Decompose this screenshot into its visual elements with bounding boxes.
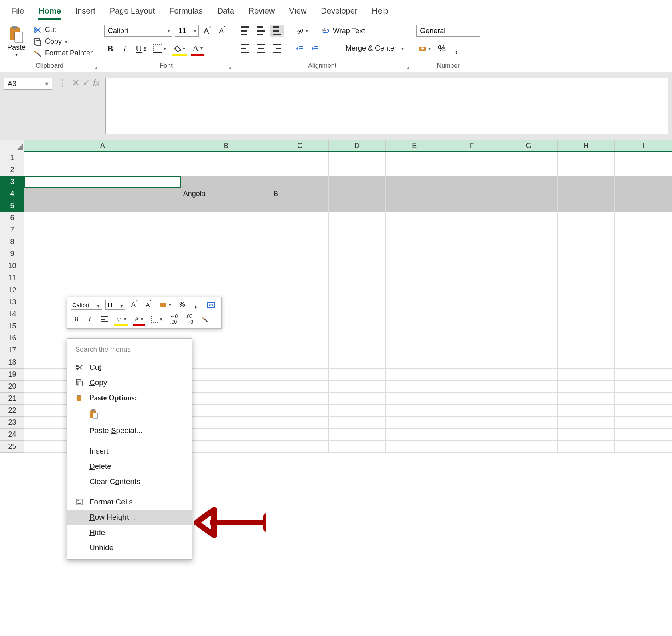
cell-B9[interactable]: [181, 248, 271, 260]
cell-H15[interactable]: [557, 320, 615, 332]
cell-F12[interactable]: [443, 284, 500, 296]
cell-I13[interactable]: [615, 296, 672, 308]
cell-G18[interactable]: [500, 356, 557, 369]
col-header-G[interactable]: G: [500, 140, 557, 152]
col-header-C[interactable]: C: [271, 140, 328, 152]
cell-H20[interactable]: [557, 381, 615, 393]
mini-decrease-font[interactable]: Aˇ: [143, 300, 154, 310]
cell-C18[interactable]: [271, 356, 328, 369]
cell-I7[interactable]: [615, 224, 672, 236]
cell-B20[interactable]: [181, 381, 271, 393]
cell-C13[interactable]: [271, 296, 328, 308]
cell-I14[interactable]: [615, 308, 672, 320]
row-header-20[interactable]: 20: [0, 381, 24, 393]
cell-I24[interactable]: [615, 429, 672, 441]
cell-E10[interactable]: [386, 260, 443, 272]
mini-increase-font[interactable]: A^: [129, 300, 140, 310]
cell-I10[interactable]: [615, 260, 672, 272]
cell-B1[interactable]: [181, 152, 271, 164]
cell-H12[interactable]: [557, 284, 615, 296]
cell-D14[interactable]: [328, 308, 386, 320]
row-header-24[interactable]: 24: [0, 429, 24, 441]
enter-formula-button[interactable]: ✓: [83, 78, 90, 88]
context-copy[interactable]: Copy: [67, 375, 192, 390]
cell-C19[interactable]: [271, 369, 328, 381]
cell-C1[interactable]: [271, 152, 328, 164]
cell-E12[interactable]: [386, 284, 443, 296]
cell-G23[interactable]: [500, 417, 557, 429]
cell-B19[interactable]: [181, 369, 271, 381]
cell-E16[interactable]: [386, 332, 443, 344]
align-right-button[interactable]: [270, 43, 284, 55]
cell-F19[interactable]: [443, 369, 500, 381]
mini-format-painter[interactable]: [199, 314, 211, 324]
cell-H14[interactable]: [557, 308, 615, 320]
cell-C17[interactable]: [271, 344, 328, 356]
cell-E7[interactable]: [386, 224, 443, 236]
row-header-18[interactable]: 18: [0, 356, 24, 369]
cell-D13[interactable]: [328, 296, 386, 308]
cell-F24[interactable]: [443, 429, 500, 441]
cut-button[interactable]: Cut: [32, 25, 94, 35]
cell-B22[interactable]: [181, 405, 271, 417]
row-header-15[interactable]: 15: [0, 320, 24, 332]
cell-D5[interactable]: [328, 200, 386, 212]
insert-function-button[interactable]: fx: [93, 78, 100, 88]
mini-percent[interactable]: %: [177, 300, 187, 310]
cell-I3[interactable]: [615, 176, 672, 188]
increase-font-button[interactable]: A^: [201, 25, 214, 37]
cell-G5[interactable]: [500, 200, 557, 212]
cell-E23[interactable]: [386, 417, 443, 429]
cell-F21[interactable]: [443, 393, 500, 405]
cell-E6[interactable]: [386, 212, 443, 224]
tab-page-layout[interactable]: Page Layout: [103, 3, 162, 20]
cell-C5[interactable]: [271, 200, 328, 212]
row-header-23[interactable]: 23: [0, 417, 24, 429]
cell-I23[interactable]: [615, 417, 672, 429]
cancel-formula-button[interactable]: ✕: [72, 78, 79, 88]
row-header-4[interactable]: 4: [0, 188, 24, 200]
cell-D3[interactable]: [328, 176, 386, 188]
row-header-25[interactable]: 25: [0, 441, 24, 453]
paste-button[interactable]: Paste ▾: [5, 25, 28, 58]
cell-D1[interactable]: [328, 152, 386, 164]
cell-C25[interactable]: [271, 441, 328, 453]
cell-B3[interactable]: [181, 176, 271, 188]
font-launcher[interactable]: [226, 64, 231, 69]
cell-H3[interactable]: [557, 176, 615, 188]
cell-D16[interactable]: [328, 332, 386, 344]
cell-D15[interactable]: [328, 320, 386, 332]
cell-D9[interactable]: [328, 248, 386, 260]
cell-C10[interactable]: [271, 260, 328, 272]
cell-A1[interactable]: [24, 152, 181, 164]
row-header-2[interactable]: 2: [0, 164, 24, 176]
cell-E1[interactable]: [386, 152, 443, 164]
row-header-3[interactable]: 3: [0, 176, 24, 188]
copy-button[interactable]: Copy ▾: [32, 36, 94, 47]
alignment-launcher[interactable]: [404, 64, 409, 69]
cell-E19[interactable]: [386, 369, 443, 381]
cell-G13[interactable]: [500, 296, 557, 308]
row-header-22[interactable]: 22: [0, 405, 24, 417]
cell-H5[interactable]: [557, 200, 615, 212]
cell-H2[interactable]: [557, 164, 615, 176]
cell-G12[interactable]: [500, 284, 557, 296]
tab-file[interactable]: File: [4, 3, 31, 20]
row-header-16[interactable]: 16: [0, 332, 24, 344]
cell-A5[interactable]: [24, 200, 181, 212]
underline-button[interactable]: U: [133, 43, 148, 55]
cell-E2[interactable]: [386, 164, 443, 176]
cell-G6[interactable]: [500, 212, 557, 224]
cell-F13[interactable]: [443, 296, 500, 308]
cell-H1[interactable]: [557, 152, 615, 164]
cell-A11[interactable]: [24, 272, 181, 284]
tab-formulas[interactable]: Formulas: [162, 3, 210, 20]
cell-B18[interactable]: [181, 356, 271, 369]
cell-A10[interactable]: [24, 260, 181, 272]
cell-G14[interactable]: [500, 308, 557, 320]
cell-I8[interactable]: [615, 236, 672, 248]
cell-D12[interactable]: [328, 284, 386, 296]
cell-H25[interactable]: [557, 441, 615, 453]
cell-D2[interactable]: [328, 164, 386, 176]
tab-home[interactable]: Home: [31, 3, 68, 20]
